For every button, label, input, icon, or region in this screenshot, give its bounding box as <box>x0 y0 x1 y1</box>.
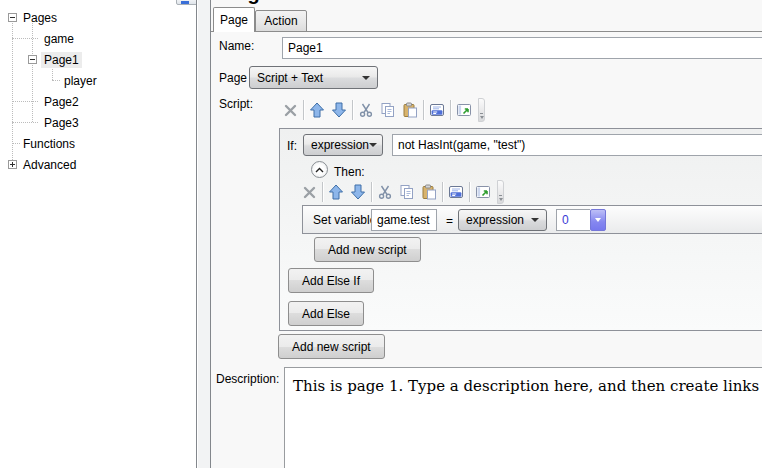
page-type-value: Script + Text <box>257 71 323 85</box>
toolbar-overflow-grip[interactable] <box>478 98 485 122</box>
tree-item-label: Functions <box>20 136 78 152</box>
name-label: Name: <box>219 39 254 53</box>
chevron-up-icon <box>315 167 324 173</box>
tree-item-label: Advanced <box>20 157 79 173</box>
script-toolbar <box>279 97 485 123</box>
tree-guide <box>12 122 38 123</box>
expander-minus-icon[interactable] <box>8 13 17 22</box>
tree-item-label: Pages <box>20 10 60 26</box>
then-toolbar <box>298 179 504 205</box>
toolbar-separator <box>303 100 304 120</box>
delete-icon[interactable] <box>298 181 320 203</box>
button-label: Add Else <box>302 307 350 321</box>
page-title-clipped: Page1 <box>223 0 282 4</box>
panel-splitter[interactable] <box>198 0 210 468</box>
description-label: Description: <box>216 372 279 386</box>
copy-icon[interactable] <box>377 99 399 121</box>
add-else-button[interactable]: Add Else <box>288 301 364 326</box>
chevron-down-icon <box>369 143 377 147</box>
tree-item-label: player <box>61 73 100 89</box>
value-text: 0 <box>562 213 569 227</box>
page-editor-panel: Page1 Page Action Name: Page1 Page type:… <box>210 0 762 468</box>
description-text: This is page 1. Type a description here,… <box>285 368 762 395</box>
paste-icon[interactable] <box>399 99 421 121</box>
view-script-icon[interactable] <box>426 99 448 121</box>
move-up-icon[interactable] <box>325 181 347 203</box>
name-input[interactable]: Page1 <box>282 37 762 59</box>
tree-item-player[interactable]: player <box>61 72 100 89</box>
expander-minus-icon[interactable] <box>28 55 37 64</box>
if-condition-input[interactable]: not HasInt(game, "test") <box>392 134 762 156</box>
chevron-down-icon <box>531 218 539 222</box>
quest-editor-window: Pages game Page1 player Page2 Page3 Func… <box>0 0 762 468</box>
tab-action[interactable]: Action <box>255 10 307 32</box>
toolbar-separator <box>423 100 424 120</box>
chevron-down-icon <box>362 76 370 80</box>
tree-item-game[interactable]: game <box>41 30 77 47</box>
view-script-icon[interactable] <box>445 181 467 203</box>
paste-icon[interactable] <box>418 181 440 203</box>
set-mode-dropdown[interactable]: expression <box>458 209 547 231</box>
script-label: Script: <box>219 97 253 111</box>
tree-guide <box>12 143 20 144</box>
if-condition-value: not HasInt(game, "test") <box>398 138 525 152</box>
value-dropdown-button[interactable] <box>590 209 606 231</box>
tree-item-label: Page2 <box>41 94 82 110</box>
tree-item-page3[interactable]: Page3 <box>41 114 82 131</box>
set-variable-label: Set variable <box>313 213 376 227</box>
add-else-if-button[interactable]: Add Else If <box>288 268 374 293</box>
then-label: Then: <box>334 165 365 179</box>
move-down-icon[interactable] <box>347 181 369 203</box>
description-textarea[interactable]: This is page 1. Type a description here,… <box>284 367 762 468</box>
set-mode-value: expression <box>466 213 524 227</box>
add-new-script-button-inner[interactable]: Add new script <box>314 237 421 262</box>
cut-icon[interactable] <box>355 99 377 121</box>
move-down-icon[interactable] <box>328 99 350 121</box>
toolbar-separator <box>371 182 372 202</box>
button-label: Add new script <box>292 340 371 354</box>
move-up-icon[interactable] <box>306 99 328 121</box>
tree-item-pages[interactable]: Pages <box>20 9 60 26</box>
tree-item-label: game <box>41 31 77 47</box>
value-input[interactable]: 0 <box>556 209 590 231</box>
project-tree-panel: Pages game Page1 player Page2 Page3 Func… <box>0 0 197 468</box>
if-mode-value: expression <box>311 138 369 152</box>
page-type-dropdown[interactable]: Script + Text <box>249 66 378 89</box>
tab-label: Action <box>264 14 297 28</box>
button-label: Add Else If <box>302 274 360 288</box>
if-script-block: If: expression not HasInt(game, "test") … <box>279 128 762 331</box>
variable-name-value: game.test <box>377 213 430 227</box>
tree-item-page1[interactable]: Page1 <box>41 51 82 68</box>
tab-page[interactable]: Page <box>213 7 255 32</box>
tree-item-advanced[interactable]: Advanced <box>20 156 79 173</box>
popout-icon[interactable] <box>472 181 494 203</box>
toolbar-separator <box>322 182 323 202</box>
variable-name-input[interactable]: game.test <box>371 209 437 231</box>
tree-guide <box>12 101 38 102</box>
if-mode-dropdown[interactable]: expression <box>303 134 383 156</box>
tree-item-functions[interactable]: Functions <box>20 135 78 152</box>
toolbar-separator <box>469 182 470 202</box>
toolbar-separator <box>450 100 451 120</box>
expander-plus-icon[interactable] <box>8 160 17 169</box>
chevron-down-icon <box>595 218 601 222</box>
add-new-script-button-outer[interactable]: Add new script <box>278 334 385 359</box>
toolbar-overflow-grip[interactable] <box>497 180 504 204</box>
name-value: Page1 <box>288 41 323 55</box>
copy-icon[interactable] <box>396 181 418 203</box>
tree-guide <box>52 80 60 81</box>
toolbar-separator <box>352 100 353 120</box>
equals-label: = <box>446 214 453 228</box>
popout-icon[interactable] <box>453 99 475 121</box>
set-variable-script-row: Set variable game.test = expression 0 <box>302 205 762 234</box>
clipped-toolbar-button[interactable] <box>176 0 197 5</box>
button-label: Add new script <box>328 243 407 257</box>
tree-guide <box>12 38 38 39</box>
tab-label: Page <box>220 13 248 27</box>
delete-icon[interactable] <box>279 99 301 121</box>
tree-item-page2[interactable]: Page2 <box>41 93 82 110</box>
collapse-then-button[interactable] <box>311 161 328 178</box>
tree-item-label-selected: Page1 <box>41 52 82 68</box>
cut-icon[interactable] <box>374 181 396 203</box>
if-label: If: <box>287 139 297 153</box>
